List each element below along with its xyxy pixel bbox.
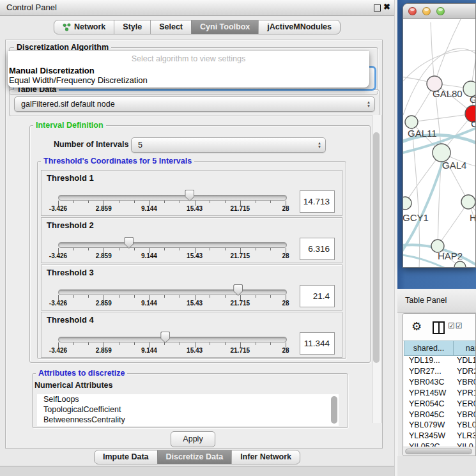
network-window-titlebar[interactable] [403,4,475,19]
thresholds-label: Threshold's Coordinates for 5 Intervals [41,157,194,165]
slider-track[interactable] [58,337,287,342]
slider-tick [210,342,210,345]
number-of-intervals-combobox[interactable]: 5 ▲▼ [131,137,326,153]
combo-spinner-icon[interactable]: ▲▼ [367,97,371,111]
tab-jactivemnodules[interactable]: jActiveMNodules [258,20,340,34]
slider-tick-label: 9.144 [130,300,168,307]
table-row[interactable]: YLR345WYLR3 [404,431,476,442]
slider-tick [134,295,135,298]
slider-tick [134,201,135,203]
top-tabbar: NetworkStyleSelectCyni ToolboxjActiveMNo… [0,20,394,35]
apply-button[interactable]: Apply [171,431,215,447]
tab-style[interactable]: Style [114,20,150,34]
cell-shared-name[interactable]: YDR27... [404,367,454,378]
table-row[interactable]: YER054CYER0 [404,399,476,410]
threshold-row: Threshold 4-3.4262.8599.14415.4321.71528… [41,312,342,358]
slider-track[interactable] [58,195,287,201]
tab-cyni-toolbox[interactable]: Cyni Toolbox [191,20,258,34]
slider-tick-label: -3.426 [39,347,77,354]
slider-tick-label: 28 [266,252,305,259]
table-data-value: galFiltered.sif default node [21,100,115,109]
table-data-combobox[interactable]: galFiltered.sif default node ▲▼ [14,96,375,112]
table-row[interactable]: YBR045CYBR0 [404,410,476,421]
slider-tick-label: 2.859 [84,347,123,354]
slider-tick [210,248,210,250]
float-window-icon[interactable] [374,4,381,12]
threshold-value-field[interactable]: 14.713 [300,190,335,213]
cell-name[interactable]: YPR1 [454,388,476,399]
tab-impute-data[interactable]: Impute Data [95,450,157,464]
minimize-traffic-light-icon[interactable] [422,7,431,15]
algorithm-prompt-option[interactable]: Select algorithm to view settings [8,51,369,66]
attribute-list-item[interactable]: BetweennessCentrality [37,415,339,425]
algorithm-option[interactable]: Manual Discretization [8,66,369,75]
cell-name[interactable]: YBL0 [454,420,476,431]
panel-title: Control Panel [6,0,57,15]
table-horizontal-scrollbar[interactable] [403,447,475,456]
cell-name[interactable]: YDL1 [454,356,476,367]
threshold-value-field[interactable]: 6.316 [300,238,335,260]
slider-tick [256,342,256,345]
threshold-value-field[interactable]: 21.4 [300,285,335,307]
slider-tick [225,248,226,250]
zoom-traffic-light-icon[interactable] [436,7,445,15]
attribute-list-item[interactable]: SelfLoops [37,394,339,404]
column-header-name[interactable]: name [454,341,476,356]
network-view-window[interactable]: GAL80GALCGAL11GAL4GCY1HHAP2 [403,3,476,268]
tab-label: Style [123,22,142,31]
svg-text:HAP2: HAP2 [438,250,463,261]
close-traffic-light-icon[interactable] [408,7,417,15]
slider-track[interactable] [58,289,287,295]
table-row[interactable]: YDL19...YDL1 [404,356,476,367]
table-row[interactable]: YDR27...YDR2 [404,367,476,378]
slider-tick-label: 15.43 [176,300,214,307]
slider-tick-label: 21.715 [221,252,259,259]
slider-tick [88,248,89,250]
cell-shared-name[interactable]: YBR045C [404,410,454,421]
gear-icon[interactable]: ⚙ [411,319,422,334]
slider-tick [225,201,226,203]
table-row[interactable]: YBL079WYBL0 [404,420,476,431]
slider-tick-label: 21.715 [221,300,259,307]
cell-name[interactable]: YLR3 [454,431,476,442]
slider-tick [73,295,74,298]
table-row[interactable]: YPR145WYPR1 [404,388,476,399]
slider-tick [225,342,226,345]
cell-name[interactable]: YBR0 [454,378,476,388]
slider-tick-label: 15.43 [176,347,214,354]
combo-spinner-icon[interactable]: ▲▼ [318,138,321,152]
cell-name[interactable]: YER0 [454,399,476,410]
tab-label: Discretize Data [166,452,224,461]
cell-shared-name[interactable]: YBR043C [404,378,454,388]
number-of-intervals-value: 5 [138,141,142,150]
algorithm-option[interactable]: Equal Width/Frequency Discretization [8,75,369,85]
cell-shared-name[interactable]: YLR345W [404,431,454,442]
tab-infer-network[interactable]: Infer Network [231,450,300,464]
tab-network[interactable]: Network [54,20,114,34]
slider-tick [256,201,256,203]
threshold-value-field[interactable]: 11.344 [300,332,335,355]
checkbox-icons[interactable]: ☑☑ [448,321,463,330]
slider-tick-label: 2.859 [84,252,123,259]
cell-name[interactable]: YDR2 [454,367,476,378]
close-icon[interactable]: ✖ [383,2,390,12]
cell-shared-name[interactable]: YPR145W [404,388,454,399]
top-tabs: NetworkStyleSelectCyni ToolboxjActiveMNo… [54,20,341,35]
numerical-attributes-list[interactable]: SelfLoopsTopologicalCoefficientBetweenne… [37,394,339,426]
slider-tick [270,342,271,345]
cell-name[interactable]: YBR0 [454,410,476,421]
column-view-icon[interactable] [433,321,445,334]
network-canvas[interactable]: GAL80GALCGAL11GAL4GCY1HHAP2 [403,19,475,267]
table-row[interactable]: YBR043CYBR0 [404,378,476,388]
cell-shared-name[interactable]: YBL079W [404,420,454,431]
column-header-shared-name[interactable]: shared... [404,341,454,356]
cell-shared-name[interactable]: YDL19... [404,356,454,367]
attributes-list-scrollbar[interactable] [331,396,337,424]
panel-scrollbar-thumb[interactable] [373,132,380,363]
tab-discretize-data[interactable]: Discretize Data [157,450,232,464]
attribute-list-item[interactable]: TopologicalCoefficient [37,404,339,415]
slider-tick [225,295,226,298]
cell-shared-name[interactable]: YER054C [404,399,454,410]
tab-select[interactable]: Select [150,20,191,34]
slider-track[interactable] [58,242,287,248]
